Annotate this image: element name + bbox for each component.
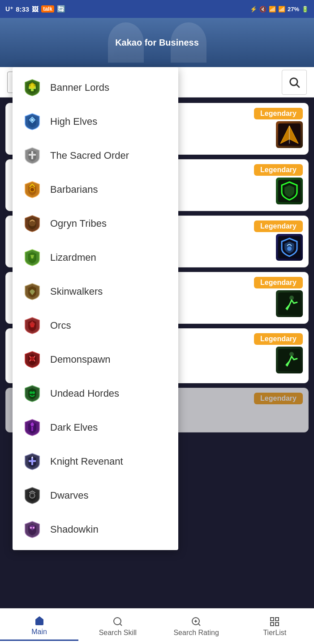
dropdown-label-knight-revenant: Knight Revenant xyxy=(50,456,123,467)
ogryn-tribes-shield-icon xyxy=(22,213,43,234)
skill-icon-run-4 xyxy=(276,290,303,317)
svg-rect-55 xyxy=(271,618,274,621)
dropdown-label-sacred-order: The Sacred Order xyxy=(50,150,129,161)
legendary-badge-4: Legendary xyxy=(254,277,303,288)
carrier-label: U⁺ xyxy=(5,5,13,13)
search-skill-icon xyxy=(112,616,123,627)
svg-rect-56 xyxy=(275,618,279,621)
dropdown-item-ogryn-tribes[interactable]: Ogryn Tribes xyxy=(13,207,178,241)
nav-search-skill[interactable]: Search Skill xyxy=(78,613,157,640)
legendary-badge-2: Legendary xyxy=(254,164,303,176)
svg-point-40 xyxy=(32,391,35,394)
nav-main-label: Main xyxy=(31,628,47,636)
legendary-badge-5: Legendary xyxy=(254,333,303,345)
dropdown-label-barbarians: Barbarians xyxy=(50,184,98,195)
champion-badge-area-3: Legendary xyxy=(254,220,303,261)
svg-point-48 xyxy=(33,527,34,529)
nav-tierlist[interactable]: TierList xyxy=(236,613,314,640)
dropdown-item-shadowkin[interactable]: Shadowkin xyxy=(13,513,178,547)
tierlist-icon xyxy=(269,616,280,627)
talk-icon: talk xyxy=(41,5,54,13)
dropdown-label-high-elves: High Elves xyxy=(50,116,97,127)
svg-rect-58 xyxy=(275,623,279,626)
demonspawn-shield-icon xyxy=(22,349,43,370)
dropdown-label-orcs: Orcs xyxy=(50,320,71,331)
dropdown-item-dwarves[interactable]: Dwarves xyxy=(13,479,178,513)
banner-lords-shield-icon xyxy=(22,77,43,98)
battery-icon: 🔋 xyxy=(301,6,309,13)
dropdown-label-skinwalkers: Skinwalkers xyxy=(50,286,103,297)
status-bar: U⁺ 8:33 🖼 talk 🔄 ⚡ 🔇 📶 📶 27% 🔋 xyxy=(0,0,314,18)
status-left: U⁺ 8:33 🖼 talk 🔄 xyxy=(5,5,65,13)
legendary-badge-6: Legendary xyxy=(254,393,303,404)
battery-label: 27% xyxy=(288,6,299,13)
high-elves-shield-icon xyxy=(22,111,43,132)
nav-search-rating[interactable]: Search Rating xyxy=(157,613,236,640)
dropdown-label-dark-elves: Dark Elves xyxy=(50,422,98,433)
time-label: 8:33 xyxy=(16,5,29,13)
dropdown-item-undead-hordes[interactable]: Undead Hordes xyxy=(13,377,178,411)
dropdown-item-barbarians[interactable]: Barbarians xyxy=(13,173,178,207)
dropdown-label-undead-hordes: Undead Hordes xyxy=(50,388,119,399)
dropdown-label-shadowkin: Shadowkin xyxy=(50,524,99,535)
top-banner: Kakao for Business xyxy=(0,18,314,67)
dropdown-item-demonspawn[interactable]: Demonspawn xyxy=(13,343,178,377)
svg-point-39 xyxy=(30,391,32,394)
nav-tierlist-label: TierList xyxy=(263,629,286,637)
shadowkin-shield-icon xyxy=(22,519,43,540)
signal-icon: 📶 xyxy=(278,6,285,13)
gallery-icon: 🖼 xyxy=(32,5,39,13)
dropdown-label-dwarves: Dwarves xyxy=(50,490,89,501)
orcs-shield-icon xyxy=(22,315,43,336)
dropdown-item-orcs[interactable]: Orcs xyxy=(13,309,178,343)
skill-icon-attack-1 xyxy=(276,121,303,148)
svg-rect-46 xyxy=(31,494,34,497)
wifi-icon: 📶 xyxy=(269,6,276,13)
knight-revenant-shield-icon xyxy=(22,451,43,472)
svg-line-50 xyxy=(120,623,122,625)
barbarians-shield-icon xyxy=(22,179,43,200)
faction-dropdown: Banner Lords High Elves The Sacred Order xyxy=(13,67,178,550)
svg-rect-57 xyxy=(271,623,274,626)
status-right: ⚡ 🔇 📶 📶 27% 🔋 xyxy=(250,6,309,13)
banner-text: Kakao for Business xyxy=(115,38,199,48)
dropdown-item-sacred-order[interactable]: The Sacred Order xyxy=(13,139,178,173)
lizardmen-shield-icon xyxy=(22,247,43,268)
nav-search-skill-label: Search Skill xyxy=(99,629,137,637)
search-button[interactable] xyxy=(282,70,307,95)
legendary-badge-3: Legendary xyxy=(254,220,303,232)
svg-point-31 xyxy=(31,119,34,121)
svg-point-38 xyxy=(30,357,34,360)
champion-badge-area-6: Legendary xyxy=(254,393,303,404)
champion-badge-area-5: Legendary xyxy=(254,333,303,373)
skill-icon-run-5 xyxy=(276,347,303,373)
dropdown-item-knight-revenant[interactable]: Knight Revenant xyxy=(13,445,178,479)
bluetooth-icon: ⚡ xyxy=(250,6,257,13)
svg-rect-33 xyxy=(29,154,36,156)
undead-hordes-shield-icon xyxy=(22,383,43,404)
bottom-nav: Main Search Skill Search Rating TierList xyxy=(0,608,314,644)
home-icon xyxy=(34,615,45,626)
dropdown-item-lizardmen[interactable]: Lizardmen xyxy=(13,241,178,275)
dwarves-shield-icon xyxy=(22,485,43,506)
dropdown-item-dark-elves[interactable]: Dark Elves xyxy=(13,411,178,445)
sync-icon: 🔄 xyxy=(57,5,65,13)
search-rating-icon xyxy=(191,616,202,627)
champion-badge-area-4: Legendary xyxy=(254,277,303,317)
svg-point-37 xyxy=(30,324,34,327)
svg-point-34 xyxy=(30,187,34,192)
svg-point-47 xyxy=(30,527,32,529)
svg-line-52 xyxy=(198,623,200,625)
dropdown-item-high-elves[interactable]: High Elves xyxy=(13,105,178,139)
svg-point-49 xyxy=(114,618,121,625)
champion-badge-area-2: Legendary xyxy=(254,164,303,204)
champion-badge-area-1: Legendary xyxy=(254,108,303,148)
skinwalkers-shield-icon xyxy=(22,281,43,302)
nav-search-rating-label: Search Rating xyxy=(173,629,219,637)
nav-main[interactable]: Main xyxy=(0,612,78,641)
dropdown-item-skinwalkers[interactable]: Skinwalkers xyxy=(13,275,178,309)
svg-line-1 xyxy=(297,85,299,87)
banner-background: Kakao for Business xyxy=(0,18,314,67)
dropdown-item-banner-lords[interactable]: Banner Lords xyxy=(13,71,178,105)
dark-elves-shield-icon xyxy=(22,417,43,438)
